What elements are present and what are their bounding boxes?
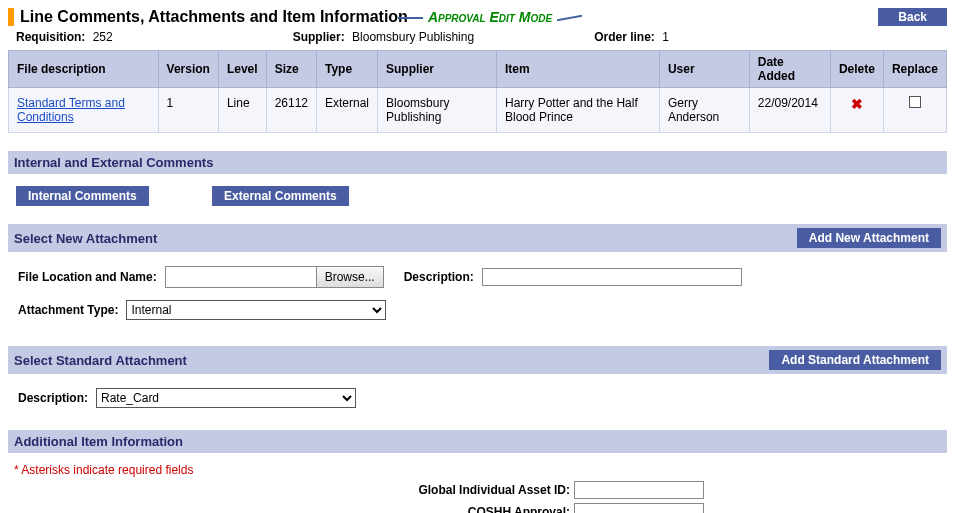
back-button[interactable]: Back [878,8,947,26]
col-version: Version [158,51,218,88]
std-description-select[interactable]: Rate_Card [96,388,356,408]
col-item: Item [497,51,660,88]
supplier-label: Supplier: [293,30,345,44]
global-asset-id-label: Global Individual Asset ID: [14,483,574,497]
section-comments-title: Internal and External Comments [14,155,213,170]
cell-user: Gerry Anderson [659,88,749,133]
cell-level: Line [218,88,266,133]
attachments-table: File description Version Level Size Type… [8,50,947,133]
col-user: User [659,51,749,88]
requisition-label: Requisition: [16,30,85,44]
cell-version: 1 [158,88,218,133]
cell-size: 26112 [266,88,316,133]
attachment-type-label: Attachment Type: [18,303,118,317]
attachment-type-select[interactable]: Internal [126,300,386,320]
cell-supplier: Bloomsbury Publishing [378,88,497,133]
col-size: Size [266,51,316,88]
orderline-value: 1 [662,30,669,44]
description-label: Description: [404,270,474,284]
cell-item: Harry Potter and the Half Blood Prince [497,88,660,133]
supplier-value: Bloomsbury Publishing [352,30,474,44]
file-location-label: File Location and Name: [18,270,157,284]
file-input-wrap: Browse... [165,266,384,288]
header-accent [8,8,14,26]
col-level: Level [218,51,266,88]
section-std-attachment-title: Select Standard Attachment [14,353,187,368]
description-input[interactable] [482,268,742,286]
cell-type: External [317,88,378,133]
file-path-input[interactable] [166,267,316,287]
col-supplier: Supplier [378,51,497,88]
browse-button[interactable]: Browse... [316,267,383,287]
col-delete: Delete [830,51,883,88]
section-additional: Additional Item Information [8,430,947,453]
replace-checkbox[interactable] [909,96,921,108]
orderline-label: Order line: [594,30,655,44]
mode-badge: Approval Edit Mode [428,9,552,25]
add-new-attachment-button[interactable]: Add New Attachment [797,228,941,248]
col-date-added: Date Added [749,51,830,88]
section-new-attachment: Select New Attachment Add New Attachment [8,224,947,252]
coshh-approval-input[interactable] [574,503,704,513]
cell-date: 22/09/2014 [749,88,830,133]
section-comments: Internal and External Comments [8,151,947,174]
col-type: Type [317,51,378,88]
section-std-attachment: Select Standard Attachment Add Standard … [8,346,947,374]
table-row: Standard Terms and Conditions 1 Line 261… [9,88,947,133]
requisition-value: 252 [93,30,113,44]
section-new-attachment-title: Select New Attachment [14,231,157,246]
external-comments-button[interactable]: External Comments [212,186,349,206]
delete-icon[interactable]: ✖ [839,96,875,112]
col-file-desc: File description [9,51,159,88]
std-description-label: Description: [18,391,88,405]
global-asset-id-input[interactable] [574,481,704,499]
required-note: * Asterisks indicate required fields [8,461,947,479]
add-standard-attachment-button[interactable]: Add Standard Attachment [769,350,941,370]
coshh-approval-label: COSHH Approval: [14,505,574,513]
page-title: Line Comments, Attachments and Item Info… [20,8,408,26]
internal-comments-button[interactable]: Internal Comments [16,186,149,206]
section-additional-title: Additional Item Information [14,434,183,449]
file-link[interactable]: Standard Terms and Conditions [17,96,125,124]
col-replace: Replace [883,51,946,88]
